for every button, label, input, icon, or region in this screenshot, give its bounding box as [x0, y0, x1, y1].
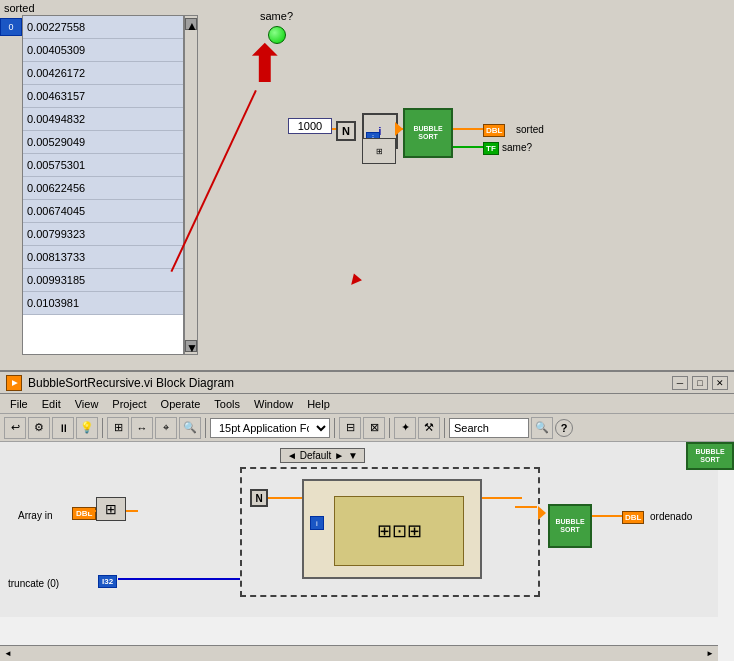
toolbar-sep4	[389, 418, 390, 438]
inner-wire-orange	[268, 497, 302, 499]
wire-truncate	[118, 578, 240, 580]
menu-operate[interactable]: Operate	[155, 397, 207, 411]
dbl-terminal-sorted: DBL	[483, 124, 505, 137]
grid-btn[interactable]: ⊞	[107, 417, 129, 439]
inner-i-indicator: i	[310, 516, 324, 530]
menu-window[interactable]: Window	[248, 397, 299, 411]
align-btn[interactable]: ⊟	[339, 417, 361, 439]
list-item: 0.00529049	[23, 131, 183, 154]
search-icon-btn[interactable]: 🔍	[531, 417, 553, 439]
list-scrollbar[interactable]: ▲ ▼	[184, 15, 198, 355]
index-indicator: 0	[0, 18, 22, 36]
arrow-tri	[395, 122, 403, 136]
menu-project[interactable]: Project	[106, 397, 152, 411]
font-selector[interactable]: 15pt Application Font	[210, 418, 330, 438]
constant-1000: 1000	[288, 118, 332, 134]
toolbar-sep2	[205, 418, 206, 438]
list-item: 0.0103981	[23, 292, 183, 315]
dist-btn[interactable]: ⊠	[363, 417, 385, 439]
red-arrow-head: ▼	[341, 267, 368, 295]
arrow-tri-diagram	[538, 506, 546, 520]
toolbar: ↩ ⚙ ⏸ 💡 ⊞ ↔ ⌖ 🔍 15pt Application Font ⊟ …	[0, 414, 734, 442]
sorted-list-panel: sorted 0 0.002275580.004053090.004261720…	[0, 0, 195, 370]
search-input[interactable]	[449, 418, 529, 438]
bottom-window: ▶ BubbleSortRecursive.vi Block Diagram ─…	[0, 370, 734, 661]
tf-terminal-same: TF	[483, 142, 499, 155]
dbl-terminal-array: DBL	[72, 507, 96, 520]
for-loop-frame: N i ⊞⊡⊞	[240, 467, 540, 597]
list-item: 0.00426172	[23, 62, 183, 85]
toolbar-sep1	[102, 418, 103, 438]
zoom-btn[interactable]: 🔍	[179, 417, 201, 439]
array-icon: ⊞	[362, 138, 396, 164]
bubble-sort-badge: BUBBLESORT	[686, 442, 734, 470]
menu-edit[interactable]: Edit	[36, 397, 67, 411]
inner-blocks: ⊞⊡⊞	[334, 496, 464, 566]
sorted-label: sorted	[0, 0, 195, 16]
bubble-sort-main: BUBBLESORT	[403, 108, 453, 158]
window-controls[interactable]: ─ □ ✕	[672, 376, 728, 390]
truncate-label: truncate (0)	[8, 578, 59, 589]
default-dropdown[interactable]: ◄ Default ► ▼	[280, 448, 365, 463]
toolbar-sep5	[444, 418, 445, 438]
run-btn[interactable]: ⚙	[28, 417, 50, 439]
list-item: 0.00993185	[23, 269, 183, 292]
bottom-scrollbar[interactable]: ◄ ►	[0, 645, 718, 661]
inner-wire-out	[482, 497, 522, 499]
wire-dbl-out	[453, 128, 483, 130]
array-in-label: Array in	[18, 510, 52, 521]
menu-help[interactable]: Help	[301, 397, 336, 411]
snap-btn[interactable]: ✦	[394, 417, 416, 439]
inner-structure: i ⊞⊡⊞	[302, 479, 482, 579]
list-item: 0.00575301	[23, 154, 183, 177]
cursor-btn[interactable]: ⌖	[155, 417, 177, 439]
wire-tf-out	[453, 146, 483, 148]
sorted-list[interactable]: 0.002275580.004053090.004261720.00463157…	[22, 15, 184, 355]
inner-n-box: N	[250, 489, 268, 507]
up-arrow: ⬆	[243, 38, 287, 90]
wire-pre-arrow	[515, 506, 537, 508]
maximize-button[interactable]: □	[692, 376, 708, 390]
run-arrow-btn[interactable]: ↩	[4, 417, 26, 439]
i32-terminal: I32	[98, 575, 117, 588]
pause-btn[interactable]: ⏸	[52, 417, 74, 439]
list-item: 0.00494832	[23, 108, 183, 131]
window-icon: ▶	[6, 375, 22, 391]
list-item: 0.00405309	[23, 39, 183, 62]
ordenado-label: ordenado	[650, 511, 692, 522]
menu-tools[interactable]: Tools	[208, 397, 246, 411]
tools2-btn[interactable]: ⚒	[418, 417, 440, 439]
menu-view[interactable]: View	[69, 397, 105, 411]
list-item: 0.00622456	[23, 177, 183, 200]
same-output-label: same?	[502, 142, 532, 153]
window-title: BubbleSortRecursive.vi Block Diagram	[28, 376, 672, 390]
dbl-terminal-out: DBL	[622, 511, 644, 524]
list-item: 0.00799323	[23, 223, 183, 246]
close-button[interactable]: ✕	[712, 376, 728, 390]
help-button[interactable]: ?	[555, 419, 573, 437]
sorted-output-label: sorted	[516, 124, 544, 135]
diagram-canvas[interactable]: ◄ Default ► ▼ N i ⊞⊡⊞ Array in DBL	[0, 442, 718, 617]
menu-file[interactable]: File	[4, 397, 34, 411]
bubble-sort-diagram: BUBBLESORT	[548, 504, 592, 548]
same-label: same?	[260, 10, 293, 22]
toolbar-sep3	[334, 418, 335, 438]
n-box: N	[336, 121, 356, 141]
list-item: 0.00813733	[23, 246, 183, 269]
top-panel: sorted 0 0.002275580.004053090.004261720…	[0, 0, 734, 370]
scroll-left-btn[interactable]: ◄	[0, 649, 16, 658]
array-matrix-icon: ⊞	[96, 497, 126, 521]
menu-bar: File Edit View Project Operate Tools Win…	[0, 394, 734, 414]
minimize-button[interactable]: ─	[672, 376, 688, 390]
list-item: 0.00674045	[23, 200, 183, 223]
wire-btn[interactable]: ↔	[131, 417, 153, 439]
window-titlebar: ▶ BubbleSortRecursive.vi Block Diagram ─…	[0, 372, 734, 394]
scroll-right-btn[interactable]: ►	[702, 649, 718, 658]
wire-bs-out	[592, 515, 622, 517]
list-item: 0.00227558	[23, 16, 183, 39]
list-item: 0.00463157	[23, 85, 183, 108]
light-btn[interactable]: 💡	[76, 417, 98, 439]
wire1	[332, 128, 336, 130]
